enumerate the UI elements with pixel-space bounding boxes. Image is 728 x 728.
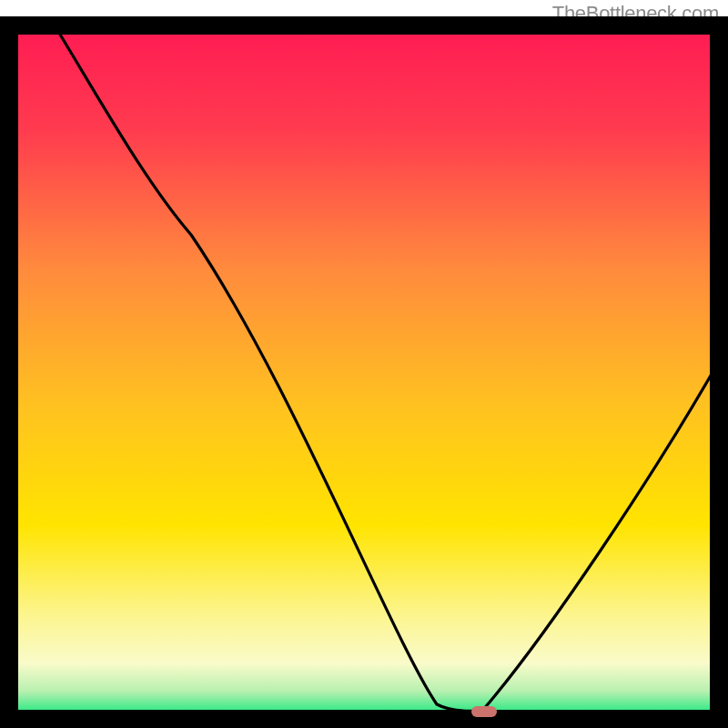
curve-marker <box>471 706 497 717</box>
bottleneck-chart <box>0 0 728 728</box>
chart-container: TheBottleneck.com <box>0 0 728 728</box>
gradient-background <box>9 25 719 719</box>
